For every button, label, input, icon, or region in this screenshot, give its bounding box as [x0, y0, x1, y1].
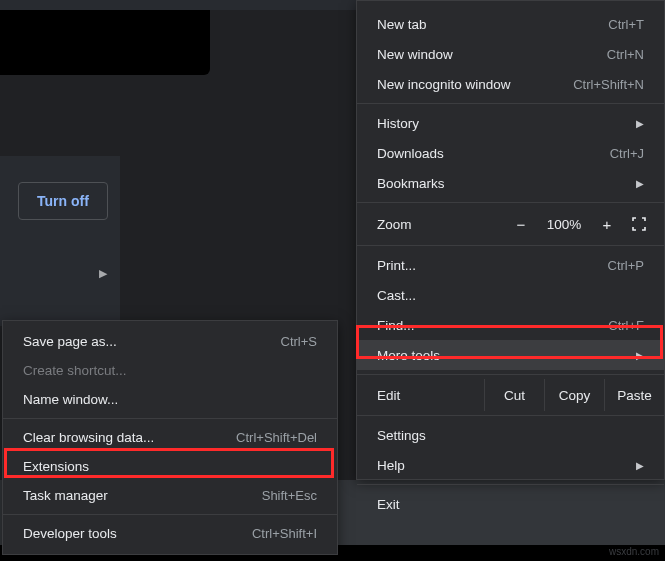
submenu-item-extensions[interactable]: Extensions [3, 452, 337, 481]
watermark: wsxdn.com [609, 546, 659, 557]
menu-shortcut: Ctrl+Shift+I [252, 526, 317, 541]
submenu-item-create-shortcut[interactable]: Create shortcut... [3, 356, 337, 385]
background-strip [0, 0, 356, 10]
chevron-right-icon: ▶ [630, 460, 644, 471]
menu-label: Developer tools [23, 526, 117, 541]
submenu-item-name-window[interactable]: Name window... [3, 385, 337, 414]
menu-label: Create shortcut... [23, 363, 127, 378]
menu-item-new-window[interactable]: New window Ctrl+N [357, 39, 664, 69]
chrome-main-menu: New tab Ctrl+T New window Ctrl+N New inc… [356, 0, 665, 480]
menu-item-new-tab[interactable]: New tab Ctrl+T [357, 9, 664, 39]
expand-chevron-icon[interactable]: ▶ [92, 262, 114, 284]
menu-item-cast[interactable]: Cast... [357, 280, 664, 310]
copy-button[interactable]: Copy [544, 379, 604, 411]
menu-label: Extensions [23, 459, 89, 474]
menu-shortcut: Ctrl+S [281, 334, 317, 349]
menu-label: Downloads [377, 146, 444, 161]
turn-off-button[interactable]: Turn off [18, 182, 108, 220]
cut-button[interactable]: Cut [484, 379, 544, 411]
menu-separator [357, 374, 664, 375]
menu-label: Cast... [377, 288, 416, 303]
menu-label: Find... [377, 318, 415, 333]
menu-separator [357, 103, 664, 104]
menu-label: Settings [377, 428, 426, 443]
menu-separator [3, 514, 337, 515]
menu-label: Print... [377, 258, 416, 273]
chevron-right-icon: ▶ [630, 178, 644, 189]
menu-item-bookmarks[interactable]: Bookmarks ▶ [357, 168, 664, 198]
menu-label: New tab [377, 17, 427, 32]
menu-separator [357, 202, 664, 203]
menu-item-edit-group: Edit Cut Copy Paste [357, 379, 664, 411]
menu-shortcut: Ctrl+J [610, 146, 644, 161]
menu-label: More tools [377, 348, 440, 363]
chevron-right-icon: ▶ [630, 118, 644, 129]
menu-item-zoom: Zoom − 100% + [357, 207, 664, 241]
submenu-item-save-page[interactable]: Save page as... Ctrl+S [3, 327, 337, 356]
menu-label: Bookmarks [377, 176, 445, 191]
menu-separator [357, 415, 664, 416]
edit-label: Edit [377, 388, 484, 403]
zoom-percent: 100% [538, 217, 590, 232]
menu-separator [357, 484, 664, 485]
menu-item-help[interactable]: Help ▶ [357, 450, 664, 480]
menu-item-print[interactable]: Print... Ctrl+P [357, 250, 664, 280]
menu-label: Name window... [23, 392, 118, 407]
submenu-item-task-manager[interactable]: Task manager Shift+Esc [3, 481, 337, 510]
menu-label: Task manager [23, 488, 108, 503]
menu-label: History [377, 116, 419, 131]
chevron-right-icon: ▶ [630, 350, 644, 361]
menu-item-history[interactable]: History ▶ [357, 108, 664, 138]
menu-separator [3, 418, 337, 419]
fullscreen-icon[interactable] [624, 216, 654, 232]
menu-label: Clear browsing data... [23, 430, 154, 445]
background-box [0, 10, 210, 75]
menu-shortcut: Shift+Esc [262, 488, 317, 503]
zoom-label: Zoom [377, 217, 504, 232]
menu-item-new-incognito-window[interactable]: New incognito window Ctrl+Shift+N [357, 69, 664, 99]
menu-label: Help [377, 458, 405, 473]
menu-item-settings[interactable]: Settings [357, 420, 664, 450]
submenu-item-developer-tools[interactable]: Developer tools Ctrl+Shift+I [3, 519, 337, 548]
menu-shortcut: Ctrl+Shift+Del [236, 430, 317, 445]
more-tools-submenu: Save page as... Ctrl+S Create shortcut..… [2, 320, 338, 555]
menu-separator [357, 245, 664, 246]
menu-item-exit[interactable]: Exit [357, 489, 664, 519]
menu-shortcut: Ctrl+Shift+N [573, 77, 644, 92]
zoom-in-button[interactable]: + [590, 216, 624, 233]
menu-item-downloads[interactable]: Downloads Ctrl+J [357, 138, 664, 168]
zoom-out-button[interactable]: − [504, 216, 538, 233]
menu-shortcut: Ctrl+P [608, 258, 644, 273]
paste-button[interactable]: Paste [604, 379, 664, 411]
menu-label: Save page as... [23, 334, 117, 349]
menu-item-find[interactable]: Find... Ctrl+F [357, 310, 664, 340]
menu-shortcut: Ctrl+T [608, 17, 644, 32]
menu-label: Exit [377, 497, 400, 512]
menu-label: New incognito window [377, 77, 511, 92]
menu-shortcut: Ctrl+F [608, 318, 644, 333]
menu-shortcut: Ctrl+N [607, 47, 644, 62]
menu-item-more-tools[interactable]: More tools ▶ [357, 340, 664, 370]
submenu-item-clear-browsing-data[interactable]: Clear browsing data... Ctrl+Shift+Del [3, 423, 337, 452]
menu-label: New window [377, 47, 453, 62]
